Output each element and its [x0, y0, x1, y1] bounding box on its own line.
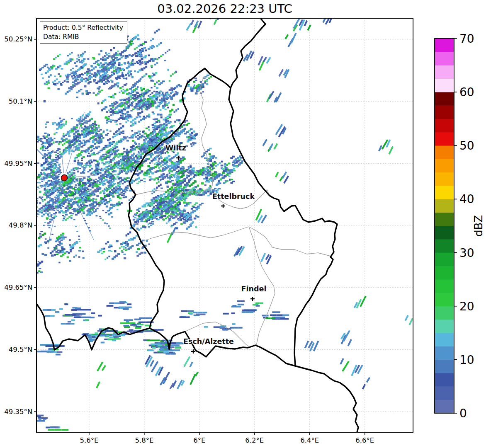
colorbar-segment — [435, 320, 454, 333]
x-tick-label: 6°E — [193, 436, 205, 444]
colorbar-segment — [435, 39, 454, 52]
colorbar-tick-label: 10 — [459, 353, 474, 367]
city-label: Wiltz — [165, 144, 186, 152]
colorbar-segment — [435, 252, 454, 266]
colorbar-segment — [435, 52, 454, 65]
x-tick-label: 5.8°E — [135, 436, 153, 444]
colorbar-segment — [435, 346, 454, 360]
colorbar-segment — [435, 79, 454, 92]
radar-map-svg: WiltzEttelbruckFindelEsch/Alzette5.6°E5.… — [0, 0, 491, 448]
colorbar-segment — [435, 145, 454, 159]
colorbar-segment — [435, 360, 454, 373]
y-tick-label: 50.25°N — [4, 35, 32, 43]
colorbar-unit-label: dBZ — [472, 215, 485, 237]
colorbar-tick-label: 40 — [459, 192, 474, 206]
y-tick-label: 49.5°N — [9, 346, 32, 354]
colorbar-segment — [435, 226, 454, 240]
colorbar-segment — [435, 212, 454, 226]
y-tick-label: 50.1°N — [9, 97, 32, 105]
colorbar-segment — [435, 306, 454, 320]
colorbar-segment — [435, 186, 454, 199]
y-tick-label: 49.8°N — [9, 221, 32, 229]
colorbar-segment — [435, 132, 454, 146]
colorbar-segment — [435, 65, 454, 79]
colorbar-segment — [435, 386, 454, 400]
colorbar-segment — [435, 199, 454, 213]
y-tick-label: 49.95°N — [4, 160, 32, 167]
colorbar-segment — [435, 239, 454, 253]
data-source-line: Data: RMIB — [43, 32, 123, 41]
colorbar-tick-label: 70 — [459, 32, 474, 46]
colorbar-segment — [435, 279, 454, 293]
x-tick-label: 6.6°E — [355, 436, 374, 444]
product-line: Product: 0.5° Reflectivity — [43, 23, 123, 32]
city-label: Findel — [241, 285, 267, 293]
city-label: Ettelbruck — [212, 192, 255, 201]
product-info-box: Product: 0.5° Reflectivity Data: RMIB — [40, 22, 127, 44]
city-label: Esch/Alzette — [183, 337, 234, 346]
colorbar-tick-label: 60 — [459, 85, 474, 99]
colorbar-segment — [435, 293, 454, 306]
colorbar-tick-label: 20 — [459, 300, 474, 313]
figure-title: 03.02.2026 22:23 UTC — [36, 2, 413, 16]
colorbar-segment — [435, 400, 454, 413]
colorbar-tick-label: 50 — [459, 139, 474, 153]
colorbar-tick-label: 30 — [459, 246, 474, 260]
colorbar-segment — [435, 105, 454, 119]
colorbar-segment — [435, 159, 454, 172]
colorbar-segment — [435, 92, 454, 106]
x-tick-label: 6.4°E — [300, 436, 319, 444]
x-tick-label: 6.2°E — [245, 436, 264, 444]
y-tick-label: 49.35°N — [4, 408, 32, 416]
radar-figure: 03.02.2026 22:23 UTC Product: 0.5° Refle… — [0, 0, 491, 448]
colorbar-segment — [435, 333, 454, 346]
colorbar-segment — [435, 172, 454, 186]
colorbar-tick-label: 0 — [459, 407, 467, 420]
radar-site-marker — [61, 175, 68, 181]
y-tick-label: 49.65°N — [4, 283, 32, 291]
colorbar: 010203040506070dBZ — [435, 32, 485, 420]
colorbar-segment — [435, 119, 454, 132]
x-tick-label: 5.6°E — [80, 436, 98, 444]
colorbar-segment — [435, 266, 454, 280]
colorbar-segment — [435, 373, 454, 387]
